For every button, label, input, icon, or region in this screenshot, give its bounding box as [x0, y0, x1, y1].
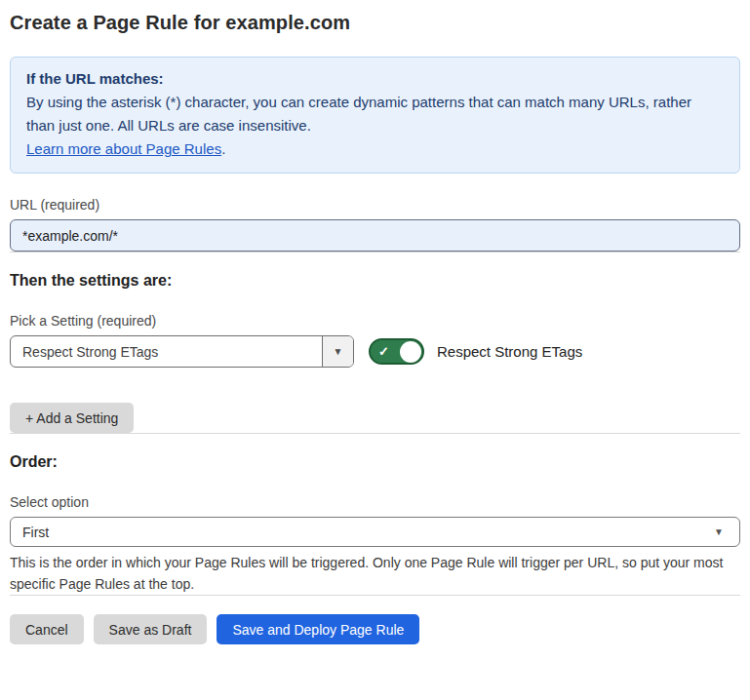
check-icon: ✓	[378, 345, 389, 358]
pick-setting-label: Pick a Setting (required)	[10, 313, 740, 329]
order-select[interactable]: First ▼	[10, 517, 740, 547]
info-box-body: By using the asterisk (*) character, you…	[26, 91, 724, 137]
chevron-down-icon: ▼	[714, 526, 724, 537]
setting-toggle-group: ✓ Respect Strong ETags	[369, 338, 582, 365]
footer-buttons: Cancel Save as Draft Save and Deploy Pag…	[10, 614, 740, 644]
order-select-label: Select option	[10, 494, 740, 510]
divider	[10, 433, 740, 434]
setting-select[interactable]: Respect Strong ETags ▼	[10, 335, 354, 368]
respect-strong-etags-toggle[interactable]: ✓	[369, 338, 424, 365]
add-setting-button[interactable]: + Add a Setting	[10, 403, 134, 433]
toggle-knob	[400, 341, 421, 363]
settings-section-heading: Then the settings are:	[10, 272, 740, 290]
order-help-text: This is the order in which your Page Rul…	[10, 552, 740, 595]
learn-more-link[interactable]: Learn more about Page Rules	[26, 140, 221, 157]
toggle-label: Respect Strong ETags	[437, 343, 582, 360]
divider	[10, 252, 740, 253]
save-and-deploy-button[interactable]: Save and Deploy Page Rule	[217, 614, 419, 644]
setting-row: Respect Strong ETags ▼ ✓ Respect Strong …	[10, 335, 740, 368]
order-select-value: First	[22, 525, 49, 540]
url-match-info-box: If the URL matches: By using the asteris…	[10, 57, 740, 174]
page-title: Create a Page Rule for example.com	[10, 12, 740, 34]
order-section-heading: Order:	[10, 453, 740, 471]
page-rule-form: Create a Page Rule for example.com If th…	[0, 0, 750, 644]
setting-select-value: Respect Strong ETags	[11, 336, 322, 367]
chevron-down-icon: ▼	[334, 346, 343, 357]
url-field-label: URL (required)	[10, 197, 740, 213]
link-suffix-period: .	[221, 140, 225, 157]
cancel-button[interactable]: Cancel	[10, 614, 84, 644]
info-box-heading: If the URL matches:	[26, 67, 724, 91]
url-input[interactable]	[10, 219, 740, 252]
info-box-link-line: Learn more about Page Rules.	[26, 137, 724, 161]
divider	[10, 595, 740, 596]
setting-select-arrow-button[interactable]: ▼	[322, 336, 353, 367]
save-as-draft-button[interactable]: Save as Draft	[94, 614, 208, 644]
